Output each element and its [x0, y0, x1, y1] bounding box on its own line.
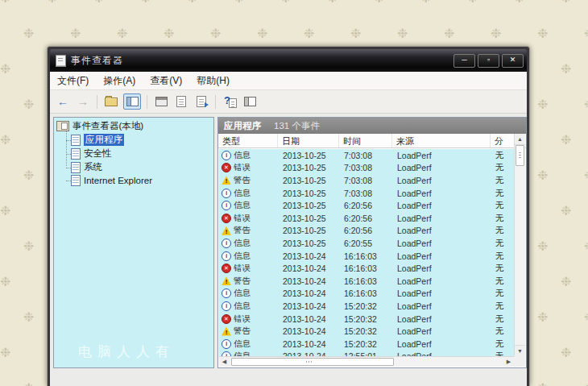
menu-item-2[interactable]: 查看(V) — [143, 74, 189, 88]
tree-root-label: 事件查看器(本地) — [72, 120, 143, 132]
event-viewer-window: 事件查看器 ─ ▫ ✕ 文件(F)操作(A)查看(V)帮助(H) ? 事件查看器… — [47, 46, 530, 386]
horizontal-scroll-thumb[interactable] — [231, 358, 394, 366]
show-hide-tree-icon[interactable] — [123, 93, 141, 110]
export-list-icon[interactable] — [193, 94, 209, 109]
pattern-motif-icon: ❉ — [164, 26, 174, 41]
sidebar-item-1[interactable]: 安全性 — [64, 147, 213, 160]
table-row[interactable]: i信息2013-10-2416:16:03LoadPerf无 — [219, 288, 514, 301]
sidebar-item-3[interactable]: Internet Explorer — [64, 174, 213, 187]
date-cell: 2013-10-24 — [279, 339, 340, 349]
scroll-left-icon[interactable]: ◀ — [219, 357, 230, 367]
type-cell: i信息 — [219, 200, 279, 211]
column-header-1[interactable]: 日期 — [278, 134, 339, 147]
question-mark: ? — [224, 94, 230, 106]
pattern-motif-icon: ❉ — [350, 26, 361, 41]
forward-icon[interactable] — [75, 94, 91, 109]
pattern-motif-icon: ❉ — [537, 97, 548, 112]
table-row[interactable]: i信息2013-10-2415:20:32LoadPerf无 — [219, 338, 514, 351]
up-one-level-icon[interactable] — [103, 94, 119, 109]
time-cell: 6:20:56 — [340, 214, 393, 223]
table-row[interactable]: i信息2013-10-256:20:56LoadPerf无 — [219, 199, 514, 212]
page-icon[interactable] — [173, 94, 189, 109]
time-cell: 15:20:32 — [340, 301, 393, 311]
minimize-button[interactable]: ─ — [453, 54, 475, 68]
menu-item-0[interactable]: 文件(F) — [50, 74, 96, 88]
source-cell: LoadPerf — [393, 264, 491, 273]
vertical-scrollbar[interactable]: ▲ ▼ — [514, 134, 525, 356]
error-icon: ✕ — [222, 214, 231, 223]
window-panes-icon[interactable] — [242, 94, 258, 109]
table-row[interactable]: i信息2013-10-2415:20:32LoadPerf无 — [219, 300, 514, 313]
horizontal-scrollbar[interactable]: ◀ ▶ — [219, 356, 514, 367]
column-header-4[interactable]: 分 — [491, 134, 513, 147]
table-row[interactable]: i信息2013-10-2412:55:01LoadPerf无 — [219, 351, 514, 357]
type-label: 信息 — [234, 288, 251, 299]
time-cell: 16:16:03 — [340, 276, 393, 286]
time-cell: 15:20:32 — [340, 326, 393, 336]
help-icon[interactable]: ? — [222, 94, 238, 109]
category-cell: 无 — [491, 238, 514, 249]
source-cell: LoadPerf — [393, 226, 491, 235]
back-icon[interactable] — [55, 94, 71, 109]
properties-icon[interactable] — [153, 94, 169, 109]
column-header-2[interactable]: 时间 — [339, 134, 392, 147]
sidebar-item-2[interactable]: 系统 — [64, 160, 213, 174]
pattern-motif-icon: ❉ — [210, 26, 221, 41]
source-cell: LoadPerf — [393, 176, 491, 185]
close-button[interactable]: ✕ — [502, 54, 524, 68]
pattern-motif-icon: ❉ — [234, 0, 244, 6]
pattern-motif-icon: ❉ — [140, 0, 151, 6]
date-cell: 2013-10-24 — [279, 326, 340, 336]
table-row[interactable]: !警告2013-10-2416:16:03LoadPerf无 — [219, 275, 514, 288]
pattern-motif-icon: ❉ — [0, 61, 10, 77]
time-cell: 16:16:03 — [340, 251, 393, 261]
log-icon — [71, 162, 81, 173]
tree-root-event-viewer[interactable]: 事件查看器(本地) — [54, 118, 213, 133]
pattern-motif-icon: ❉ — [117, 26, 127, 41]
type-cell: ✕错误 — [219, 263, 279, 274]
column-header-3[interactable]: 来源 — [392, 134, 491, 147]
vertical-scroll-thumb[interactable] — [516, 145, 524, 166]
table-row[interactable]: i信息2013-10-257:03:08LoadPerf无 — [219, 187, 514, 200]
table-row[interactable]: !警告2013-10-257:03:08LoadPerf无 — [219, 174, 514, 187]
table-row[interactable]: i信息2013-10-2416:16:03LoadPerf无 — [219, 250, 514, 263]
table-row[interactable]: !警告2013-10-2415:20:32LoadPerf无 — [219, 325, 514, 338]
pattern-motif-icon: ❉ — [420, 0, 431, 6]
pattern-motif-icon: ❉ — [537, 26, 548, 41]
category-cell: 无 — [491, 276, 514, 287]
info-icon: i — [222, 239, 231, 248]
menu-item-3[interactable]: 帮助(H) — [189, 74, 237, 88]
scroll-down-icon[interactable]: ▼ — [515, 345, 525, 356]
info-icon: i — [222, 251, 231, 261]
time-cell: 6:20:56 — [340, 201, 393, 210]
table-row[interactable]: !警告2013-10-256:20:56LoadPerf无 — [219, 225, 514, 238]
maximize-button[interactable]: ▫ — [478, 54, 499, 68]
event-table-body: i信息2013-10-257:03:08LoadPerf无✕错误2013-10-… — [219, 149, 514, 356]
type-label: 警告 — [234, 225, 251, 236]
table-row[interactable]: ✕错误2013-10-256:20:56LoadPerf无 — [219, 212, 514, 225]
table-row[interactable]: ✕错误2013-10-2416:16:03LoadPerf无 — [219, 262, 514, 275]
table-row[interactable]: i信息2013-10-257:03:08LoadPerf无 — [219, 149, 514, 162]
table-row[interactable]: i信息2013-10-256:20:55LoadPerf无 — [219, 237, 514, 250]
column-header-0[interactable]: 类型 — [218, 134, 278, 147]
pattern-motif-icon: ❉ — [23, 97, 34, 112]
category-cell: 无 — [491, 313, 514, 325]
source-cell: LoadPerf — [393, 326, 491, 336]
time-cell: 7:03:08 — [340, 151, 393, 160]
menu-item-1[interactable]: 操作(A) — [96, 74, 143, 88]
category-cell: 无 — [491, 351, 514, 356]
table-row[interactable]: ✕错误2013-10-257:03:08LoadPerf无 — [219, 162, 514, 175]
title-bar[interactable]: 事件查看器 ─ ▫ ✕ — [50, 49, 527, 72]
pattern-motif-icon: ❉ — [327, 0, 337, 6]
date-cell: 2013-10-25 — [279, 176, 340, 185]
scroll-up-icon[interactable]: ▲ — [515, 134, 525, 145]
type-cell: !警告 — [219, 225, 279, 236]
source-cell: LoadPerf — [393, 189, 491, 198]
type-label: 错误 — [234, 162, 251, 173]
type-cell: ✕错误 — [219, 162, 279, 173]
table-row[interactable]: ✕错误2013-10-2415:20:32LoadPerf无 — [219, 313, 514, 326]
pattern-motif-icon: ❉ — [304, 26, 314, 41]
pattern-motif-icon: ❉ — [187, 0, 197, 6]
sidebar-item-0[interactable]: 应用程序 — [64, 133, 213, 147]
scroll-right-icon[interactable]: ▶ — [503, 357, 514, 367]
